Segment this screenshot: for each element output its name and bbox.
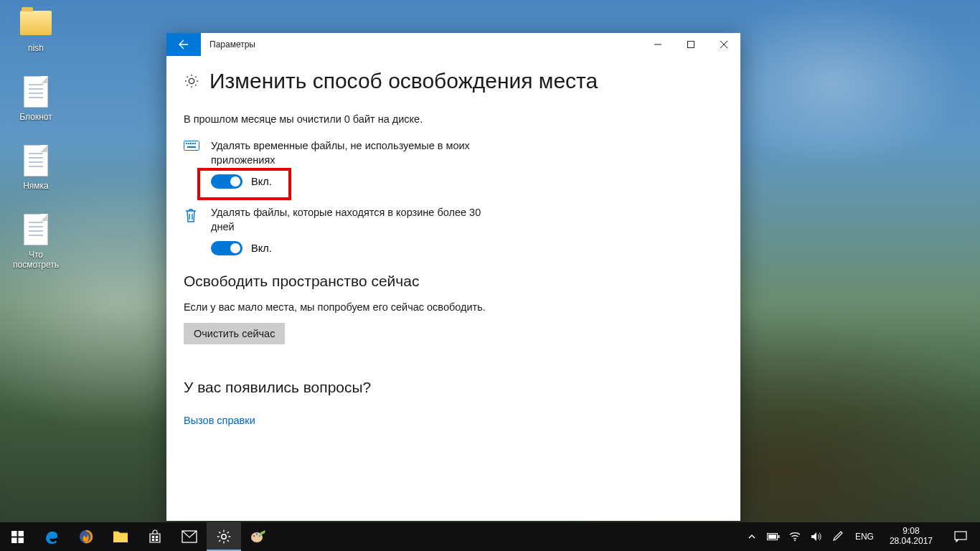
desktop-icon-label: Нямка bbox=[9, 181, 63, 191]
clean-now-button[interactable]: Очистить сейчас bbox=[184, 323, 285, 344]
setting-recycle-label: Удалять файлы, которые находятся в корзи… bbox=[211, 206, 498, 234]
storage-status: В прошлом месяце мы очистили 0 байт на д… bbox=[184, 113, 723, 125]
svg-rect-2 bbox=[186, 143, 187, 144]
svg-rect-3 bbox=[188, 143, 189, 144]
tray-overflow[interactable] bbox=[745, 522, 759, 551]
window-title: Параметры bbox=[201, 33, 264, 56]
taskbar-file-explorer[interactable] bbox=[103, 522, 138, 551]
gear-icon bbox=[184, 73, 199, 89]
toggle-state-label: Вкл. bbox=[251, 176, 272, 187]
textfile-icon bbox=[24, 76, 48, 108]
minimize-button[interactable] bbox=[641, 33, 674, 56]
toggle-switch-icon bbox=[211, 241, 242, 255]
maximize-button[interactable] bbox=[674, 33, 707, 56]
svg-rect-10 bbox=[11, 537, 17, 543]
pen-icon bbox=[833, 531, 843, 542]
svg-point-18 bbox=[222, 534, 226, 539]
taskbar-firefox[interactable] bbox=[69, 522, 103, 551]
back-button[interactable] bbox=[166, 33, 201, 56]
toggle-switch-icon bbox=[211, 174, 242, 189]
setting-recycle-toggle[interactable]: Вкл. bbox=[211, 241, 498, 255]
questions-heading: У вас появились вопросы? bbox=[184, 379, 723, 396]
keyboard-icon bbox=[184, 139, 199, 189]
firefox-icon bbox=[78, 529, 94, 545]
tray-clock[interactable]: 9:08 28.04.2017 bbox=[884, 527, 938, 547]
minimize-icon bbox=[654, 41, 661, 48]
battery-icon bbox=[767, 532, 780, 541]
maximize-icon bbox=[687, 41, 694, 48]
tray-notifications[interactable] bbox=[946, 531, 976, 542]
trash-icon bbox=[184, 206, 199, 255]
svg-rect-13 bbox=[152, 536, 154, 538]
taskbar-paint[interactable] bbox=[241, 522, 275, 551]
svg-rect-6 bbox=[194, 143, 196, 144]
svg-rect-7 bbox=[187, 146, 196, 148]
start-button[interactable] bbox=[0, 522, 34, 551]
desktop-file-nyamka[interactable]: Нямка bbox=[9, 143, 63, 191]
svg-rect-27 bbox=[955, 532, 966, 540]
setting-temp-toggle[interactable]: Вкл. bbox=[211, 174, 498, 189]
clock-time: 9:08 bbox=[890, 527, 933, 537]
taskbar-edge[interactable] bbox=[34, 522, 69, 551]
svg-rect-0 bbox=[688, 42, 694, 48]
mail-icon bbox=[182, 530, 197, 543]
svg-rect-4 bbox=[190, 143, 192, 144]
titlebar[interactable]: Параметры bbox=[166, 33, 740, 56]
speaker-icon bbox=[811, 532, 822, 542]
windows-icon bbox=[11, 531, 24, 543]
edge-icon bbox=[44, 529, 60, 545]
desktop: nish Блокнот Нямка Что посмотреть Параме… bbox=[0, 0, 980, 551]
close-icon bbox=[720, 41, 727, 48]
tray-wifi[interactable] bbox=[788, 522, 802, 551]
svg-rect-11 bbox=[18, 537, 24, 543]
settings-window: Параметры Изменить способ освобождения м… bbox=[166, 33, 740, 521]
setting-temp-label: Удалять временные файлы, не используемые… bbox=[211, 139, 498, 167]
wifi-icon bbox=[789, 532, 801, 542]
svg-rect-16 bbox=[156, 539, 158, 541]
folder-icon bbox=[20, 11, 52, 35]
svg-point-26 bbox=[794, 540, 796, 541]
desktop-icon-label: Что посмотреть bbox=[9, 250, 63, 270]
close-button[interactable] bbox=[707, 33, 740, 56]
desktop-file-bloknot[interactable]: Блокнот bbox=[9, 75, 63, 122]
tray-battery[interactable] bbox=[766, 522, 781, 551]
desktop-folder-nish[interactable]: nish bbox=[9, 6, 63, 53]
textfile-icon bbox=[24, 145, 48, 176]
svg-rect-15 bbox=[152, 539, 154, 541]
desktop-icon-label: Блокнот bbox=[9, 112, 63, 122]
svg-point-22 bbox=[259, 535, 261, 537]
chevron-up-icon bbox=[748, 533, 755, 540]
taskbar: ENG 9:08 28.04.2017 bbox=[0, 522, 980, 551]
settings-content: Изменить способ освобождения места В про… bbox=[166, 56, 740, 521]
toggle-state-label: Вкл. bbox=[251, 242, 272, 254]
tray-volume[interactable] bbox=[809, 522, 824, 551]
svg-rect-1 bbox=[184, 141, 199, 151]
store-icon bbox=[148, 529, 162, 544]
taskbar-mail[interactable] bbox=[172, 522, 207, 551]
svg-rect-25 bbox=[768, 534, 776, 539]
textfile-icon bbox=[24, 214, 48, 245]
notifications-icon bbox=[954, 531, 967, 542]
tray-pen[interactable] bbox=[831, 522, 845, 551]
svg-rect-8 bbox=[11, 531, 17, 537]
tray-language[interactable]: ENG bbox=[852, 522, 877, 551]
clock-date: 28.04.2017 bbox=[890, 537, 933, 547]
svg-point-20 bbox=[253, 535, 255, 537]
taskbar-settings[interactable] bbox=[207, 522, 241, 551]
help-link[interactable]: Вызов справки bbox=[184, 415, 255, 426]
desktop-file-chto-posmotret[interactable]: Что посмотреть bbox=[9, 212, 63, 270]
gear-icon bbox=[216, 529, 232, 545]
svg-rect-24 bbox=[778, 535, 779, 538]
taskbar-store[interactable] bbox=[138, 522, 172, 551]
svg-rect-14 bbox=[156, 536, 158, 538]
page-title: Изменить способ освобождения места bbox=[209, 69, 598, 93]
desktop-icon-label: nish bbox=[9, 43, 63, 53]
arrow-left-icon bbox=[178, 39, 189, 50]
svg-rect-9 bbox=[18, 531, 24, 537]
svg-rect-5 bbox=[192, 143, 194, 144]
free-space-now-heading: Освободить пространство сейчас bbox=[184, 273, 723, 290]
free-space-now-desc: Если у вас мало места, мы попробуем его … bbox=[184, 301, 723, 313]
system-tray: ENG 9:08 28.04.2017 bbox=[740, 522, 980, 551]
folder-icon bbox=[113, 529, 128, 544]
svg-point-21 bbox=[256, 533, 258, 535]
